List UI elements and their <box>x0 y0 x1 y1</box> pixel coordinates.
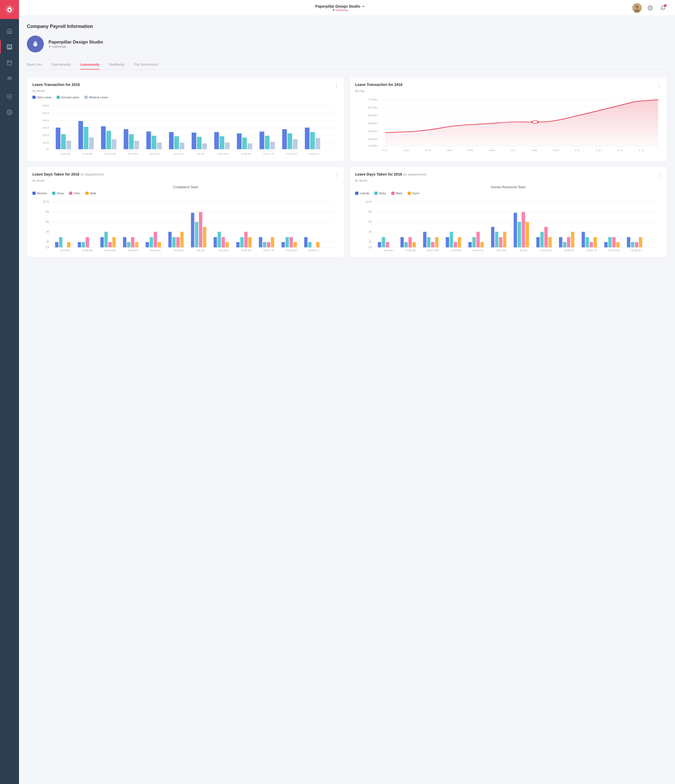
svg-rect-125 <box>67 242 70 247</box>
svg-rect-34 <box>56 128 61 149</box>
svg-rect-205 <box>435 237 439 247</box>
sidebar-item-home[interactable] <box>0 24 19 38</box>
svg-rect-165 <box>294 242 297 247</box>
more-btn-2[interactable]: ⋮ <box>657 82 661 88</box>
svg-rect-214 <box>491 227 495 247</box>
svg-text:OCT: OCT <box>263 249 274 252</box>
legend-dot-maik <box>86 192 89 195</box>
compliance-team-card: Leave Days Taken for 2016 (in department… <box>27 166 344 257</box>
svg-text:6: 6 <box>46 220 49 223</box>
charts-grid: Leave Transaction for 2016 ⋮ By Month Si… <box>27 77 667 257</box>
legend-mark: Mark <box>391 192 402 195</box>
tab-staffeasily[interactable]: Staffeasily <box>109 60 125 70</box>
svg-point-96 <box>532 121 538 123</box>
location-icon <box>332 9 335 11</box>
svg-rect-215 <box>495 232 498 247</box>
svg-rect-235 <box>608 237 612 247</box>
svg-point-19 <box>50 46 50 47</box>
settings-button[interactable] <box>646 4 655 12</box>
svg-rect-209 <box>458 237 461 247</box>
svg-rect-58 <box>237 134 242 149</box>
leave-by-day-card: Leave Transaction for 2016 ⋮ By Day <box>350 77 667 161</box>
legend-dot-bernice <box>33 192 36 195</box>
svg-text:0: 0 <box>46 246 49 249</box>
sidebar-item-calendar[interactable] <box>0 56 19 70</box>
tab-leaveeasily[interactable]: Leaveeasily <box>80 60 100 70</box>
svg-rect-127 <box>82 242 85 247</box>
svg-point-8 <box>10 77 11 78</box>
svg-rect-41 <box>106 131 111 149</box>
header-right <box>632 3 667 12</box>
logo[interactable] <box>0 0 19 19</box>
svg-rect-169 <box>316 242 320 247</box>
svg-rect-162 <box>282 242 285 247</box>
svg-rect-131 <box>104 232 108 247</box>
svg-text:10K: 10K <box>368 145 379 147</box>
legend-boby: Boby <box>375 192 386 195</box>
svg-text:NOV: NOV <box>286 249 298 252</box>
svg-text:10: 10 <box>574 149 580 152</box>
chart-title-1: Leave Transaction for 2016 <box>33 82 80 87</box>
svg-rect-3 <box>8 61 12 65</box>
sidebar-item-add[interactable] <box>0 90 19 103</box>
legend-hr: Lalinda Boby Mark Dunn <box>355 192 661 195</box>
svg-text:APR: APR <box>128 152 139 155</box>
svg-rect-220 <box>522 212 525 247</box>
svg-rect-37 <box>78 121 83 149</box>
sidebar <box>0 0 19 784</box>
svg-text:2: 2 <box>369 240 372 243</box>
svg-text:10: 10 <box>42 200 49 203</box>
svg-text:AUG: AUG <box>218 152 229 155</box>
location-pin-icon <box>48 45 51 48</box>
tab-basic-info[interactable]: Basic Info <box>27 60 42 70</box>
svg-rect-135 <box>127 242 131 247</box>
chart-header-1: Leave Transaction for 2016 ⋮ <box>33 82 339 88</box>
more-btn-4[interactable]: ⋮ <box>657 172 661 178</box>
svg-text:SEP: SEP <box>241 249 252 252</box>
svg-rect-231 <box>586 237 589 247</box>
svg-rect-228 <box>567 237 570 247</box>
more-btn-1[interactable]: ⋮ <box>334 82 339 88</box>
sidebar-item-company[interactable] <box>0 40 19 54</box>
svg-point-17 <box>650 7 651 8</box>
svg-rect-211 <box>473 237 476 247</box>
svg-rect-157 <box>248 237 252 247</box>
sidebar-item-people[interactable] <box>0 72 19 86</box>
gear-icon <box>648 5 653 11</box>
chart-subtitle-3: By Month <box>33 179 339 182</box>
legend-dot-medical <box>84 96 87 99</box>
tab-file-submission[interactable]: File Submission <box>134 60 159 70</box>
sidebar-item-settings[interactable] <box>0 106 19 119</box>
svg-rect-55 <box>215 132 219 149</box>
svg-rect-46 <box>146 132 151 149</box>
svg-rect-222 <box>536 237 540 247</box>
chart-subtitle-1: By Month <box>33 89 339 93</box>
svg-text:MAR: MAR <box>104 152 116 155</box>
home-icon <box>6 28 12 34</box>
svg-text:4: 4 <box>46 230 49 233</box>
legend-lalinda: Lalinda <box>355 192 369 195</box>
svg-rect-63 <box>270 142 275 149</box>
svg-rect-216 <box>499 237 502 247</box>
svg-rect-36 <box>67 141 71 149</box>
svg-rect-200 <box>408 237 412 247</box>
svg-text:JUL: JUL <box>196 249 206 252</box>
tab-payrolleasily[interactable]: Payrolleasily <box>51 60 71 70</box>
more-btn-3[interactable]: ⋮ <box>334 172 339 178</box>
avatar[interactable] <box>632 3 642 12</box>
legend-1: Sick Leave Annual Leave Medical Leave <box>33 96 339 99</box>
svg-rect-51 <box>180 143 184 149</box>
notifications-button[interactable] <box>659 4 667 12</box>
svg-rect-226 <box>559 237 562 247</box>
svg-point-18 <box>34 44 36 46</box>
svg-rect-143 <box>172 237 176 247</box>
chevron-down-icon <box>362 5 365 8</box>
legend-dot-john <box>69 192 72 195</box>
svg-rect-140 <box>154 232 157 247</box>
svg-rect-233 <box>594 237 597 247</box>
company-name: Paperpillar Design Studio <box>48 40 103 45</box>
svg-text:FEB: FEB <box>82 249 93 252</box>
chart-title-3: Leave Days Taken for 2016 (in department… <box>33 172 104 176</box>
chart-header-2: Leave Transaction for 2016 ⋮ <box>355 82 661 88</box>
legend-dot-lalinda <box>355 192 358 195</box>
